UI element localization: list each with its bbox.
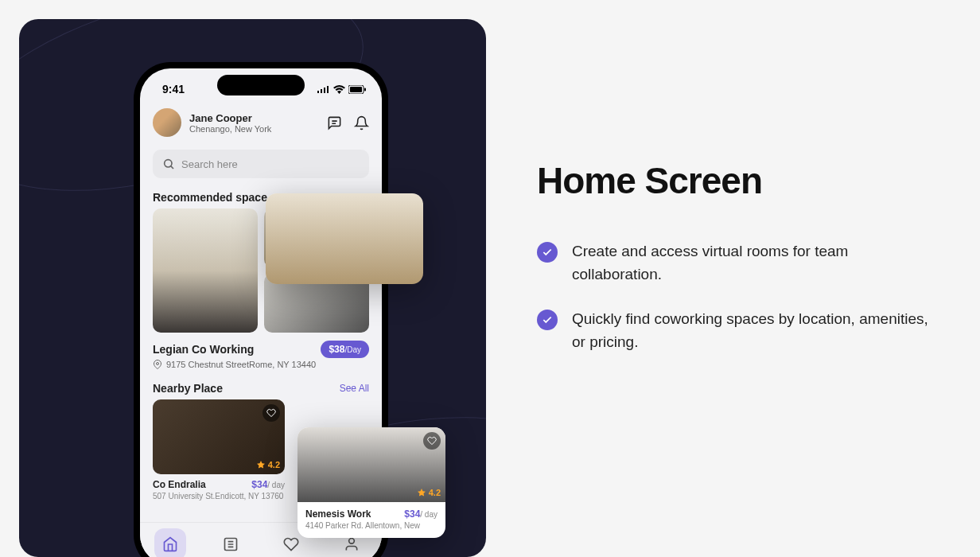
svg-rect-0 bbox=[317, 91, 319, 93]
rating-badge: 4.2 bbox=[256, 460, 280, 469]
see-all-link[interactable]: See All bbox=[340, 383, 369, 394]
svg-rect-1 bbox=[321, 89, 322, 93]
rating-badge: 4.2 bbox=[417, 488, 441, 497]
status-time: 9:41 bbox=[162, 83, 185, 95]
status-icons bbox=[317, 85, 366, 94]
recommended-image[interactable] bbox=[153, 208, 258, 333]
battery-icon bbox=[348, 85, 366, 94]
wifi-icon bbox=[333, 85, 345, 94]
check-icon bbox=[537, 242, 558, 263]
home-icon bbox=[162, 536, 178, 552]
nearby-price: $34/ day bbox=[251, 479, 285, 490]
svg-point-11 bbox=[157, 363, 159, 365]
search-placeholder: Search here bbox=[181, 158, 238, 170]
nav-explore[interactable] bbox=[215, 528, 247, 558]
bullet-text: Create and access virtual rooms for team… bbox=[572, 240, 938, 286]
svg-rect-5 bbox=[350, 87, 362, 92]
favorite-button[interactable] bbox=[262, 404, 280, 422]
favorite-button[interactable] bbox=[423, 432, 441, 450]
showcase-panel: 9:41 Jane Cooper Chenango, New York bbox=[19, 19, 486, 557]
chat-button[interactable] bbox=[326, 115, 342, 130]
user-icon bbox=[344, 536, 360, 552]
feature-bullet: Create and access virtual rooms for team… bbox=[537, 240, 948, 286]
heart-icon bbox=[283, 536, 299, 552]
svg-marker-18 bbox=[418, 489, 426, 497]
nearby-card[interactable]: 4.2 Co Endralia $34/ day 507 University … bbox=[153, 399, 285, 501]
svg-marker-12 bbox=[257, 461, 265, 469]
search-icon bbox=[162, 158, 175, 170]
app-header: Jane Cooper Chenango, New York bbox=[140, 100, 382, 145]
nearby-address: 507 University St.Endicott, NY 13760 bbox=[153, 490, 285, 501]
bullet-text: Quickly find coworking spaces by locatio… bbox=[572, 308, 938, 353]
svg-rect-2 bbox=[324, 88, 325, 93]
listing-address: 9175 Chestnut StreetRome, NY 13440 bbox=[140, 360, 382, 374]
svg-rect-6 bbox=[364, 88, 366, 91]
svg-rect-3 bbox=[327, 86, 329, 93]
notification-button[interactable] bbox=[353, 115, 369, 130]
recommended-listing[interactable]: Legian Co Working $38/Day bbox=[140, 333, 382, 360]
nearby-image: 4.2 bbox=[153, 399, 285, 474]
heart-icon bbox=[427, 436, 437, 446]
feature-bullet: Quickly find coworking spaces by locatio… bbox=[537, 308, 948, 353]
svg-point-9 bbox=[165, 160, 172, 167]
phone-notch bbox=[217, 75, 305, 95]
user-location: Chenango, New York bbox=[189, 124, 318, 134]
signal-icon bbox=[317, 85, 330, 93]
svg-line-10 bbox=[171, 166, 173, 169]
page-title: Home Screen bbox=[537, 159, 948, 202]
star-icon bbox=[256, 460, 266, 469]
check-icon bbox=[537, 310, 558, 330]
star-icon bbox=[417, 488, 426, 497]
popover-address: 4140 Parker Rd. Allentown, New bbox=[305, 520, 438, 530]
chat-icon bbox=[327, 115, 342, 130]
user-info: Jane Cooper Chenango, New York bbox=[189, 112, 318, 134]
popover-card[interactable]: 4.2 Nemesis Work $34/ day 4140 Parker Rd… bbox=[298, 427, 445, 538]
info-panel: Home Screen Create and access virtual ro… bbox=[486, 0, 980, 557]
search-input[interactable]: Search here bbox=[153, 150, 369, 178]
list-icon bbox=[223, 536, 239, 552]
price-badge: $38/Day bbox=[321, 341, 369, 358]
nearby-meta: Co Endralia $34/ day bbox=[153, 474, 285, 490]
popover-image bbox=[266, 193, 423, 284]
listing-name: Legian Co Working bbox=[153, 343, 254, 356]
nearby-name: Co Endralia bbox=[153, 479, 206, 490]
avatar[interactable] bbox=[153, 108, 181, 137]
popover-price: $34/ day bbox=[404, 508, 438, 520]
popover-card-image: 4.2 bbox=[298, 427, 445, 502]
popover-name: Nemesis Work bbox=[305, 508, 371, 520]
nav-home[interactable] bbox=[154, 528, 186, 558]
bell-icon bbox=[354, 115, 369, 130]
nearby-title: Nearby Place bbox=[153, 382, 223, 395]
svg-point-17 bbox=[349, 538, 355, 543]
heart-icon bbox=[266, 408, 276, 418]
location-icon bbox=[153, 360, 162, 369]
user-name: Jane Cooper bbox=[189, 112, 318, 124]
nearby-header: Nearby Place See All bbox=[140, 374, 382, 399]
